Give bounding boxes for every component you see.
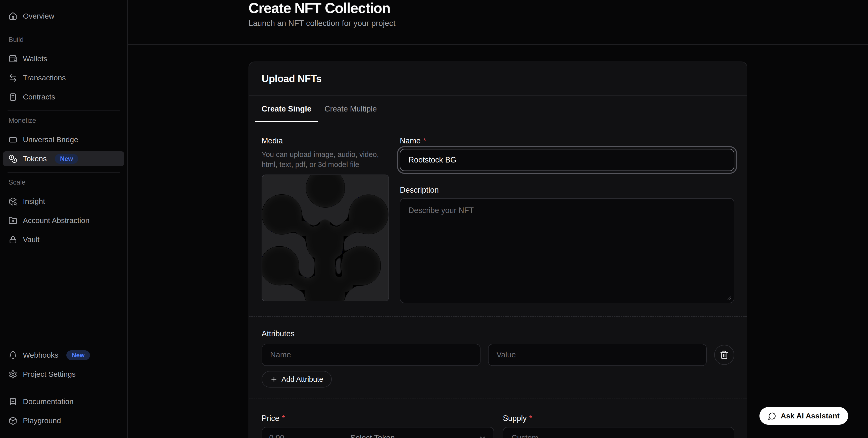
sidebar-item-label: Universal Bridge: [23, 135, 78, 144]
cube-icon: [8, 416, 17, 425]
description-field-wrap: [400, 198, 734, 303]
sidebar-item-label: Documentation: [23, 397, 74, 406]
price-supply-section: Price * Select Token Supply *: [249, 399, 747, 438]
page-header: Create NFT Collection Launch an NFT coll…: [128, 0, 868, 45]
attribute-row: [261, 344, 734, 366]
required-asterisk: *: [529, 414, 532, 423]
main-content: Create NFT Collection Launch an NFT coll…: [128, 0, 868, 438]
sidebar-item-label: Project Settings: [23, 370, 75, 378]
sidebar-footer: Webhooks New Project Settings Documentat…: [3, 347, 124, 432]
sidebar-item-account-abstraction[interactable]: Account Abstraction: [3, 213, 124, 228]
tab-create-multiple[interactable]: Create Multiple: [318, 96, 383, 122]
sidebar-item-wallets[interactable]: Wallets: [3, 51, 124, 66]
plus-icon: [270, 375, 278, 383]
contract-icon: [8, 93, 17, 101]
sidebar-item-overview[interactable]: Overview: [3, 8, 124, 24]
media-upload-preview[interactable]: [261, 174, 389, 301]
sidebar-item-transactions[interactable]: Transactions: [3, 70, 124, 86]
sidebar-item-playground[interactable]: Playground: [3, 413, 124, 428]
transactions-icon: [8, 74, 17, 82]
supply-label: Supply *: [503, 414, 734, 423]
delete-attribute-button[interactable]: [714, 345, 734, 365]
sidebar-divider: [7, 388, 120, 388]
folder-dot-icon: [8, 216, 17, 225]
page-subtitle: Launch an NFT collection for your projec…: [249, 19, 868, 28]
bridge-card-icon: [8, 135, 17, 144]
home-icon: [8, 12, 17, 21]
card-header: Upload NFTs: [249, 62, 747, 96]
card-title: Upload NFTs: [261, 73, 321, 85]
media-placeholder-pattern-image: [262, 175, 389, 301]
sidebar-item-label: Tokens: [23, 155, 47, 163]
new-badge: New: [66, 350, 90, 360]
attribute-value-input[interactable]: [488, 344, 707, 366]
sidebar-item-vault[interactable]: Vault: [3, 232, 124, 247]
trash-icon: [720, 350, 729, 360]
price-input-group: Select Token: [261, 427, 494, 438]
media-name-section: Media You can upload image, audio, video…: [249, 122, 747, 303]
name-description-column: Name * Description: [400, 136, 734, 303]
supply-field-group: Supply *: [503, 414, 734, 438]
sidebar-item-contracts[interactable]: Contracts: [3, 90, 124, 104]
attribute-name-input[interactable]: [261, 344, 480, 366]
required-asterisk: *: [282, 414, 285, 423]
sidebar-item-label: Overview: [23, 12, 54, 20]
chevron-down-icon: [478, 434, 487, 438]
sidebar-item-label: Insight: [23, 197, 45, 206]
sidebar-section-label-monetize: Monetize: [8, 117, 119, 125]
page-title: Create NFT Collection: [249, 0, 868, 15]
sidebar-item-tokens[interactable]: Tokens New: [3, 151, 124, 166]
sidebar-item-label: Contracts: [23, 93, 55, 101]
sidebar-item-universal-bridge[interactable]: Universal Bridge: [3, 132, 124, 147]
required-asterisk: *: [423, 136, 426, 145]
name-label: Name *: [400, 136, 734, 145]
description-label: Description: [400, 186, 734, 195]
attributes-section: Attributes Add Attribute: [249, 317, 747, 388]
sidebar: Overview Build Wallets Transactions Cont…: [0, 0, 128, 438]
sidebar-divider: [7, 30, 120, 30]
upload-nfts-card: Upload NFTs Create Single Create Multipl…: [249, 62, 747, 438]
sidebar-item-label: Webhooks: [23, 351, 58, 360]
price-field-group: Price * Select Token: [261, 414, 494, 438]
sidebar-item-label: Vault: [23, 235, 39, 244]
lock-icon: [8, 235, 17, 244]
sidebar-item-label: Playground: [23, 416, 61, 425]
price-amount-input[interactable]: [262, 428, 343, 438]
price-label: Price *: [261, 414, 494, 423]
coins-icon: [8, 155, 17, 163]
media-description: You can upload image, audio, video, html…: [261, 149, 389, 170]
add-attribute-button[interactable]: Add Attribute: [261, 371, 332, 388]
attributes-label: Attributes: [261, 329, 734, 338]
ask-ai-assistant-button[interactable]: Ask AI Assistant: [760, 407, 848, 425]
sidebar-item-label: Account Abstraction: [23, 216, 90, 225]
bell-icon: [8, 351, 17, 360]
sidebar-item-insight[interactable]: Insight: [3, 194, 124, 209]
supply-input[interactable]: [503, 427, 734, 438]
sidebar-item-label: Transactions: [23, 74, 66, 82]
nft-description-textarea[interactable]: [400, 198, 734, 303]
media-label: Media: [261, 136, 389, 145]
token-select-dropdown[interactable]: Select Token: [343, 428, 494, 438]
sidebar-item-label: Wallets: [23, 55, 47, 63]
gear-icon: [8, 370, 17, 379]
tab-bar: Create Single Create Multiple: [249, 96, 747, 122]
nft-name-input[interactable]: [400, 149, 734, 171]
wallet-icon: [8, 55, 17, 63]
sidebar-divider: [7, 110, 120, 111]
sidebar-section-label-build: Build: [8, 36, 119, 44]
new-badge: New: [55, 154, 78, 164]
book-icon: [8, 397, 17, 406]
sidebar-section-label-scale: Scale: [8, 178, 119, 187]
sidebar-item-webhooks[interactable]: Webhooks New: [3, 347, 124, 363]
sidebar-item-documentation[interactable]: Documentation: [3, 394, 124, 409]
tab-create-single[interactable]: Create Single: [255, 96, 318, 122]
chat-bubble-icon: [768, 412, 776, 420]
box-search-icon: [8, 197, 17, 206]
media-column: Media You can upload image, audio, video…: [261, 136, 389, 303]
sidebar-item-project-settings[interactable]: Project Settings: [3, 367, 124, 382]
token-select-label: Select Token: [350, 434, 395, 438]
